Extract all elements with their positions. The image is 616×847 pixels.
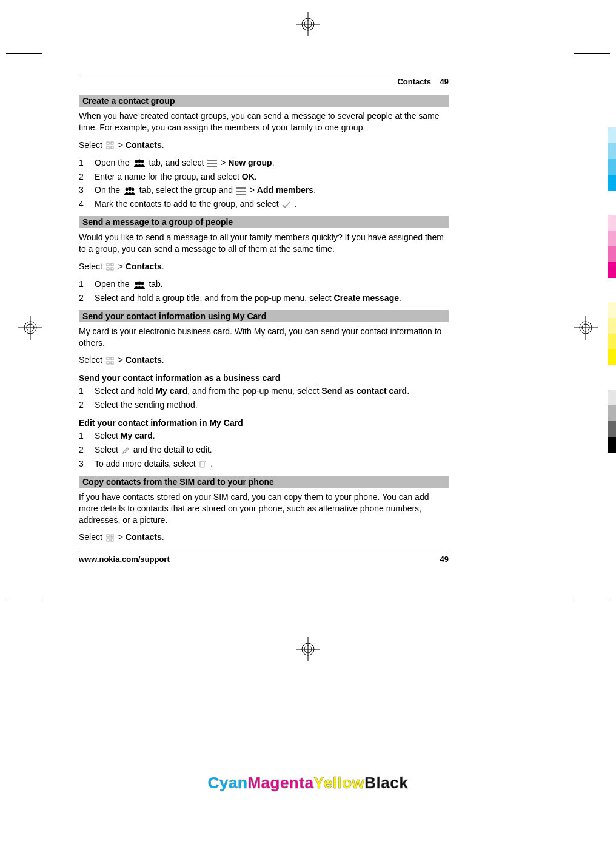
document-content: Contacts 49 Create a contact group When … (79, 73, 449, 564)
paragraph: When you have created contact groups, yo… (79, 110, 449, 133)
crop-mark (574, 53, 610, 54)
svg-point-22 (141, 160, 144, 163)
step-list: Open the tab. Select and hold a group ti… (79, 278, 449, 304)
section-heading: Create a contact group (79, 95, 449, 107)
step-item: Mark the contacts to add to the group, a… (79, 198, 449, 210)
step-item: Open the tab. (79, 278, 449, 290)
svg-point-38 (141, 282, 144, 285)
color-calibration-bars (608, 127, 616, 453)
svg-rect-34 (107, 268, 109, 270)
options-icon (207, 160, 217, 167)
footer-url: www.nokia.com/support (79, 555, 170, 564)
step-item: Select and hold a group title, and from … (79, 292, 449, 304)
header-section: Contacts (397, 77, 431, 86)
menu-grid-icon (106, 357, 115, 365)
svg-rect-41 (107, 362, 109, 364)
svg-rect-49 (111, 539, 113, 541)
svg-rect-23 (207, 160, 217, 161)
header-page: 49 (440, 77, 449, 86)
menu-grid-icon (106, 534, 115, 542)
add-detail-icon (199, 460, 207, 468)
registration-mark-icon (296, 637, 320, 661)
svg-point-20 (135, 160, 138, 163)
section-heading: Copy contacts from the SIM card to your … (79, 476, 449, 488)
checkmark-icon (282, 201, 290, 209)
step-item: On the tab, select the group and > Add m… (79, 184, 449, 196)
svg-rect-47 (111, 535, 113, 537)
paragraph: My card is your electronic business card… (79, 326, 449, 349)
registration-mark-icon (18, 316, 42, 340)
step-item: Select and hold My card, and from the po… (79, 385, 449, 397)
svg-rect-39 (107, 357, 109, 360)
svg-rect-24 (207, 163, 217, 164)
svg-rect-29 (236, 187, 246, 189)
group-icon (133, 159, 146, 167)
running-footer: www.nokia.com/support 49 (79, 552, 449, 564)
step-item: Select My card. (79, 430, 449, 442)
svg-rect-17 (111, 142, 113, 144)
step-item: Enter a name for the group, and select O… (79, 171, 449, 183)
svg-rect-35 (111, 268, 113, 270)
page: Contacts 49 Create a contact group When … (0, 0, 616, 847)
paragraph: Would you like to send a message to all … (79, 232, 449, 255)
svg-point-36 (135, 282, 138, 285)
options-icon (236, 187, 246, 195)
svg-rect-42 (111, 362, 113, 364)
menu-grid-icon (106, 141, 115, 150)
svg-rect-43 (200, 461, 204, 467)
svg-rect-31 (236, 194, 246, 195)
footer-page: 49 (440, 555, 449, 564)
instruction: Select > Contacts. (79, 261, 449, 272)
pencil-icon (122, 447, 130, 454)
section-heading: Send a message to a group of people (79, 216, 449, 228)
group-icon (124, 187, 136, 195)
group-icon (133, 281, 146, 289)
step-item: Open the tab, and select > New group. (79, 157, 449, 169)
svg-rect-19 (111, 146, 113, 149)
step-list: Open the tab, and select > New group. En… (79, 157, 449, 211)
svg-rect-32 (107, 263, 109, 266)
crop-mark (574, 601, 610, 601)
svg-rect-16 (107, 142, 109, 144)
registration-mark-icon (296, 12, 320, 36)
step-item: Select and the detail to edit. (79, 444, 449, 456)
menu-grid-icon (106, 263, 115, 271)
step-item: To add more details, select . (79, 458, 449, 470)
svg-rect-48 (107, 539, 109, 541)
svg-point-28 (132, 188, 135, 191)
svg-point-37 (138, 281, 141, 285)
sub-heading: Send your contact information as a busin… (79, 373, 449, 383)
step-item: Select the sending method. (79, 399, 449, 411)
svg-point-26 (126, 188, 129, 191)
crop-mark (6, 53, 42, 54)
svg-point-21 (138, 160, 141, 163)
svg-rect-46 (107, 535, 109, 537)
svg-point-27 (128, 187, 132, 191)
paragraph: If you have contacts stored on your SIM … (79, 491, 449, 526)
sub-heading: Edit your contact information in My Card (79, 418, 449, 428)
step-list: Select and hold My card, and from the po… (79, 385, 449, 411)
svg-rect-33 (111, 263, 113, 266)
running-header: Contacts 49 (79, 77, 449, 86)
instruction: Select > Contacts. (79, 354, 449, 366)
step-list: Select My card. Select and the detail to… (79, 430, 449, 470)
svg-rect-40 (111, 357, 113, 360)
instruction: Select > Contacts. (79, 531, 449, 543)
instruction: Select > Contacts. (79, 140, 449, 151)
registration-mark-icon (574, 316, 598, 340)
cmyk-label: CyanMagentaYellowBlack (0, 774, 616, 792)
svg-rect-25 (207, 166, 217, 167)
crop-mark (6, 601, 42, 601)
svg-rect-30 (236, 191, 246, 192)
section-heading: Send your contact information using My C… (79, 310, 449, 322)
svg-rect-18 (107, 146, 109, 149)
